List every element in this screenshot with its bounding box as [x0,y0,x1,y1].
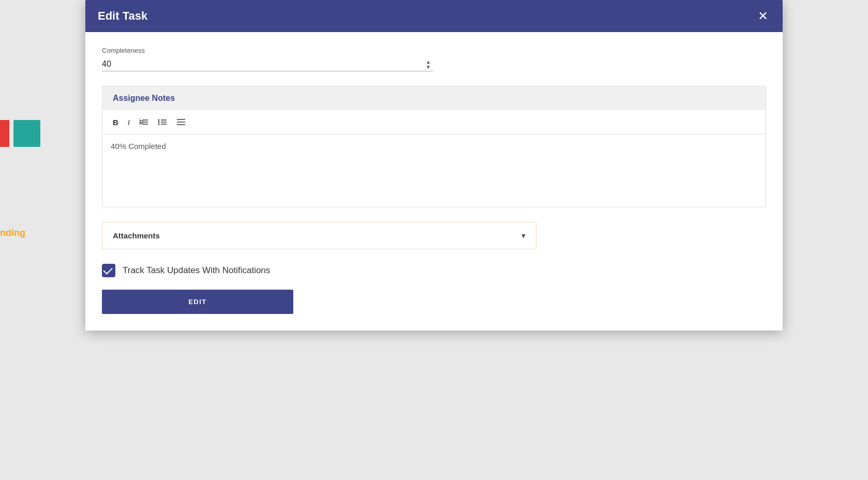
completeness-label: Completeness [102,47,766,54]
notes-toolbar: B I ≡ 1. 2. 3. [102,110,766,134]
align-button[interactable] [173,115,189,129]
modal-body: Completeness ▲ ▼ Assignee Notes B I ≡ [85,32,783,331]
track-notifications-label: Track Task Updates With Notifications [123,265,270,276]
italic-button[interactable]: I [125,116,133,128]
modal-title: Edit Task [98,9,147,23]
notes-content: 40% Completed [111,142,166,151]
svg-text:3.: 3. [139,122,142,125]
svg-point-8 [158,122,160,123]
completeness-field-wrapper: ▲ ▼ [102,57,433,71]
assignee-notes-section: Assignee Notes B I ≡ 1. 2. 3. [102,86,766,207]
assignee-notes-title: Assignee Notes [113,94,175,102]
attachments-label: Attachments [113,231,160,240]
unordered-list-button[interactable] [155,115,170,129]
spinner-up-button[interactable]: ▲ [426,59,431,65]
edit-button[interactable]: EDIT [102,290,293,314]
bg-sidebar-red [0,120,9,147]
track-notifications-checkbox[interactable] [102,264,115,277]
modal-header: Edit Task ✕ [85,0,783,32]
ordered-list-button[interactable]: ≡ 1. 2. 3. [136,115,152,129]
close-button[interactable]: ✕ [756,10,770,22]
notes-editor[interactable]: 40% Completed [102,134,766,207]
attachments-toggle[interactable]: Attachments ▾ [102,222,536,249]
bold-button[interactable]: B [110,116,122,128]
svg-point-9 [158,124,160,125]
spinner-buttons: ▲ ▼ [426,57,431,71]
chevron-down-icon: ▾ [521,231,526,241]
attachments-section: Attachments ▾ [102,222,536,249]
spinner-down-button[interactable]: ▼ [426,65,431,70]
svg-point-7 [158,119,160,121]
completeness-input[interactable] [102,57,433,71]
bg-pending-label: nding [0,228,25,238]
bg-sidebar-teal [13,120,40,147]
track-notifications-row: Track Task Updates With Notifications [102,264,766,277]
edit-task-modal: Edit Task ✕ Completeness ▲ ▼ Assignee No… [85,0,783,331]
assignee-notes-header: Assignee Notes [102,86,766,110]
